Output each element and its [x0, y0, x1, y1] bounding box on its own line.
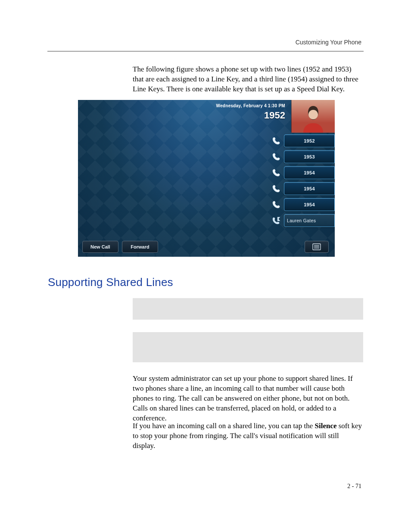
- intro-paragraph: The following figure shows a phone set u…: [133, 65, 363, 94]
- line-key-row[interactable]: 1953: [270, 150, 335, 163]
- svg-point-0: [308, 110, 318, 119]
- page-number: 2 - 71: [347, 483, 361, 490]
- header-rule: [47, 51, 364, 52]
- menu-icon: [312, 243, 321, 250]
- softkey-bar: New Call Forward: [82, 241, 158, 253]
- bold-text: Silence: [315, 422, 337, 430]
- handset-icon: [270, 166, 283, 179]
- avatar-icon: [298, 103, 328, 133]
- running-head: Customizing Your Phone: [296, 39, 361, 46]
- body-paragraph: Your system administrator can set up you…: [133, 374, 363, 423]
- softkey-new-call[interactable]: New Call: [82, 241, 118, 253]
- avatar: [291, 100, 335, 133]
- line-key-row[interactable]: 1954: [270, 198, 335, 211]
- speeddial-icon: [270, 214, 283, 227]
- line-key-row[interactable]: 1952: [270, 134, 335, 147]
- body-paragraph: If you have an incoming call on a shared…: [133, 421, 363, 451]
- speeddial-key-row[interactable]: Lauren Gates: [270, 214, 335, 227]
- section-heading: Supporting Shared Lines: [48, 276, 173, 289]
- line-key-label: 1954: [284, 166, 335, 179]
- handset-icon: [270, 134, 283, 147]
- phone-datetime: Wednesday, February 4 1:30 PM: [216, 103, 285, 108]
- text: If you have an incoming call on a shared…: [133, 422, 315, 430]
- line-key-label: 1954: [284, 182, 335, 195]
- menu-button[interactable]: [305, 241, 329, 253]
- handset-icon: [270, 182, 283, 195]
- handset-icon: [270, 150, 283, 163]
- speeddial-key-label: Lauren Gates: [284, 214, 335, 227]
- line-key-label: 1954: [284, 198, 335, 211]
- phone-screenshot: Wednesday, February 4 1:30 PM 1952 1952: [78, 100, 335, 257]
- phone-extension: 1952: [216, 110, 285, 121]
- line-key-label: 1952: [284, 134, 335, 147]
- placeholder-block: [133, 332, 363, 362]
- line-key-label: 1953: [284, 150, 335, 163]
- line-keys: 1952 1953 1954 1954: [270, 134, 335, 227]
- phone-header: Wednesday, February 4 1:30 PM 1952: [216, 103, 285, 121]
- line-key-row[interactable]: 1954: [270, 166, 335, 179]
- placeholder-block: [133, 298, 363, 320]
- line-key-row[interactable]: 1954: [270, 182, 335, 195]
- softkey-forward[interactable]: Forward: [122, 241, 158, 253]
- handset-icon: [270, 198, 283, 211]
